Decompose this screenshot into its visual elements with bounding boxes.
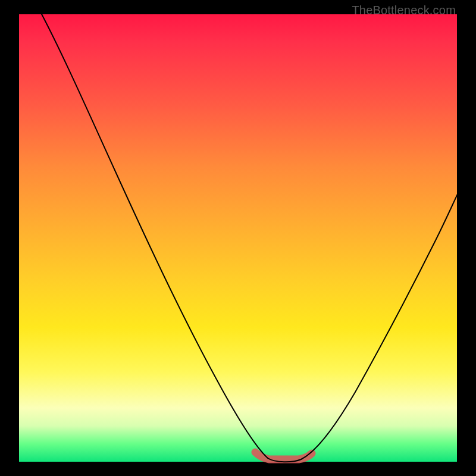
chart-frame: TheBottleneck.com <box>0 0 476 476</box>
curve-svg <box>19 14 457 462</box>
bottleneck-curve <box>40 12 459 462</box>
plot-area <box>19 14 457 462</box>
